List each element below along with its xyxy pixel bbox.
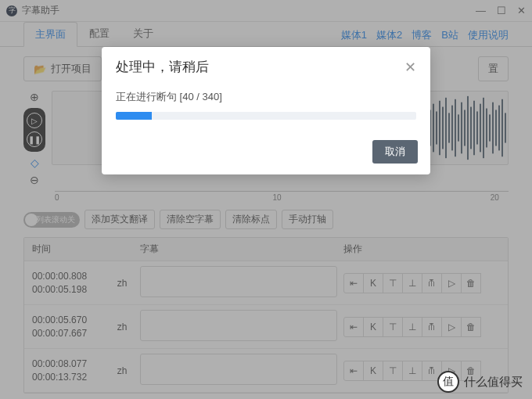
watermark-badge: 值 <box>437 371 459 393</box>
modal-overlay: 处理中，请稍后 ✕ 正在进行断句 [40 / 340] 取消 <box>0 0 532 399</box>
watermark-text: 什么值得买 <box>464 375 523 390</box>
modal-close-icon[interactable]: ✕ <box>404 59 416 76</box>
processing-modal: 处理中，请稍后 ✕ 正在进行断句 [40 / 340] 取消 <box>102 47 430 174</box>
progress-bar <box>116 112 416 120</box>
cancel-button[interactable]: 取消 <box>372 140 418 164</box>
progress-fill <box>116 112 152 120</box>
modal-message: 正在进行断句 [40 / 340] <box>116 90 416 104</box>
modal-title: 处理中，请稍后 <box>116 58 209 76</box>
watermark: 值 什么值得买 <box>437 371 523 393</box>
